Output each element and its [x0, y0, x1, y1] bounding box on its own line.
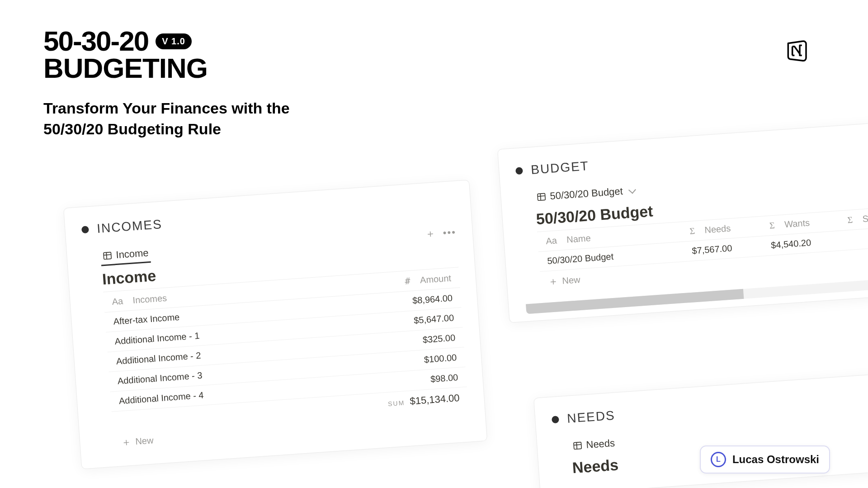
svg-rect-2: [574, 442, 581, 450]
page-title-top: 50-30-20: [43, 27, 148, 55]
tab-income-label: Income: [116, 247, 149, 261]
new-row-label: New: [562, 275, 581, 286]
budget-card: BUDGET 50/30/20 Budget 50/30/20 Budget A…: [497, 121, 868, 323]
tab-needs-label: Needs: [586, 437, 615, 451]
budget-section-label: BUDGET: [530, 159, 590, 177]
page-title-bottom: BUDGETING: [43, 53, 290, 83]
sum-label: SUM: [388, 399, 405, 407]
bullet-icon: [552, 416, 559, 423]
tab-budget-label: 50/30/20 Budget: [550, 185, 623, 202]
add-view-button[interactable]: [425, 229, 435, 238]
incomes-card: INCOMES Income ••• Income Aa Incomes #: [63, 180, 487, 469]
tab-budget[interactable]: 50/30/20 Budget: [534, 182, 637, 206]
income-table: Aa Incomes # Amount After-tax Income$8,9…: [103, 267, 468, 432]
bullet-icon: [81, 226, 89, 233]
page-header: 50-30-20 V 1.0 BUDGETING Transform Your …: [43, 27, 290, 140]
avatar: L: [711, 452, 726, 467]
more-actions-button[interactable]: •••: [443, 226, 457, 239]
table-icon: [536, 192, 547, 202]
notion-logo-icon: [784, 38, 809, 63]
page-tagline: Transform Your Finances with the 50/30/2…: [43, 98, 290, 140]
table-icon: [102, 251, 113, 261]
plus-icon: [122, 437, 131, 447]
bullet-icon: [515, 167, 523, 175]
plus-icon: [548, 277, 558, 286]
scrollbar-thumb[interactable]: [526, 289, 744, 314]
needs-section-label: NEEDS: [566, 408, 615, 426]
sum-value: $15,134.00: [410, 392, 460, 407]
author-name: Lucas Ostrowski: [732, 453, 819, 466]
tagline-line-2: 50/30/20 Budgeting Rule: [43, 120, 221, 137]
new-row-label: New: [135, 435, 154, 447]
svg-rect-1: [538, 194, 545, 201]
tab-income[interactable]: Income: [100, 244, 151, 266]
col-header-savings[interactable]: Σ Savin: [817, 207, 868, 232]
version-badge: V 1.0: [156, 33, 192, 49]
author-chip[interactable]: L Lucas Ostrowski: [700, 445, 830, 474]
table-icon: [572, 441, 583, 451]
tagline-line-1: Transform Your Finances with the: [43, 99, 290, 117]
incomes-section-label: INCOMES: [96, 217, 163, 236]
tab-needs[interactable]: Needs: [570, 434, 617, 455]
svg-rect-0: [104, 252, 111, 260]
